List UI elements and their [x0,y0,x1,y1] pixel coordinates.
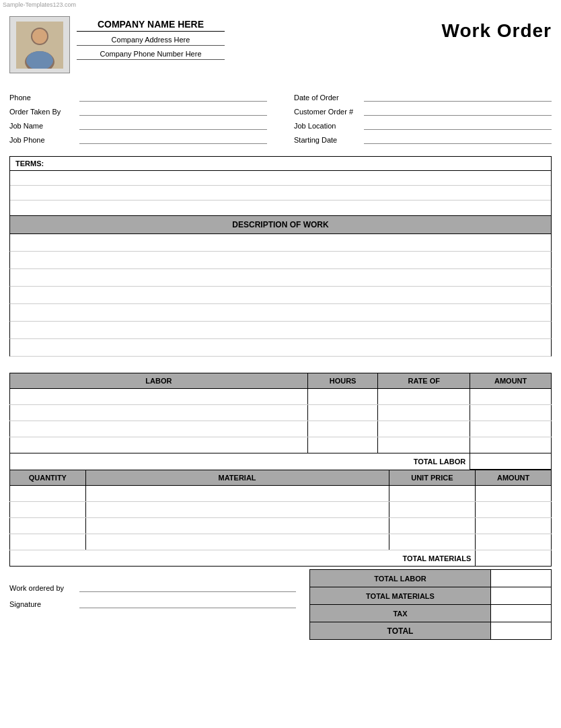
terms-row-1[interactable] [10,171,551,186]
mat-amount-1[interactable] [476,486,552,502]
mat-row-4[interactable] [10,534,552,550]
labor-rate-3[interactable] [378,421,470,437]
labor-hours-4[interactable] [307,437,378,453]
customer-order-row: Customer Order # [294,106,552,116]
materials-total-row: TOTAL MATERIALS [10,550,552,567]
quantity-col-header: QUANTITY [10,470,86,486]
signature-input[interactable] [79,599,296,608]
mat-amount-4[interactable] [476,534,552,550]
desc-row-3[interactable] [9,269,552,287]
desc-row-2[interactable] [9,252,552,269]
signature-row: Signature [9,599,296,608]
job-name-input[interactable] [79,120,267,130]
total-materials-value[interactable] [476,550,552,567]
desc-row-7[interactable] [9,339,552,357]
mat-price-2[interactable] [389,502,476,518]
labor-row-4[interactable] [10,437,552,453]
labor-amount-2[interactable] [470,405,552,421]
labor-amount-3[interactable] [470,421,552,437]
desc-row-4[interactable] [9,287,552,304]
mat-price-1[interactable] [389,486,476,502]
labor-row-2[interactable] [10,405,552,421]
mat-price-4[interactable] [389,534,476,550]
fields-section: Phone Order Taken By Job Name Job Phone … [9,85,552,144]
summary-total-value[interactable] [491,622,552,640]
mat-qty-4[interactable] [10,534,86,550]
order-taken-by-row: Order Taken By [9,106,267,116]
labor-hours-3[interactable] [307,421,378,437]
mat-qty-3[interactable] [10,518,86,534]
summary-total-materials-value[interactable] [491,587,552,605]
summary-row-1: TOTAL LABOR [310,570,552,587]
labor-hours-1[interactable] [307,389,378,405]
header-left: COMPANY NAME HERE Company Address Here C… [9,16,225,73]
company-phone: Company Phone Number Here [77,50,225,60]
desc-row-1[interactable] [9,234,552,252]
date-of-order-input[interactable] [364,92,552,102]
labor-row-3[interactable] [10,421,552,437]
mat-amount-col-header: AMOUNT [476,470,552,486]
order-taken-by-label: Order Taken By [9,108,77,116]
material-col-header: MATERIAL [85,470,389,486]
labor-amount-4[interactable] [470,437,552,453]
summary-total-labor-value[interactable] [491,570,552,587]
labor-hours-2[interactable] [307,405,378,421]
summary-total-label: TOTAL [310,622,491,640]
starting-date-input[interactable] [364,135,552,144]
labor-rate-4[interactable] [378,437,470,453]
labor-col-header: LABOR [10,373,308,389]
desc-row-5[interactable] [9,304,552,322]
phone-input[interactable] [79,92,267,102]
summary-table: TOTAL LABOR TOTAL MATERIALS TAX TOTAL [309,569,552,640]
mat-row-2[interactable] [10,502,552,518]
order-taken-by-input[interactable] [79,106,267,116]
job-location-input[interactable] [364,120,552,130]
fields-left: Phone Order Taken By Job Name Job Phone [9,92,287,144]
mat-qty-1[interactable] [10,486,86,502]
job-name-row: Job Name [9,120,267,130]
desc-row-6[interactable] [9,322,552,339]
total-labor-label: TOTAL LABOR [10,453,470,470]
mat-desc-1[interactable] [85,486,389,502]
terms-section: TERMS: [9,156,552,216]
company-name: COMPANY NAME HERE [77,19,225,32]
work-ordered-by-input[interactable] [79,583,296,592]
mat-amount-2[interactable] [476,502,552,518]
summary-tax-value[interactable] [491,605,552,622]
labor-row-1[interactable] [10,389,552,405]
terms-header: TERMS: [10,157,551,171]
mat-row-1[interactable] [10,486,552,502]
labor-desc-4[interactable] [10,437,308,453]
labor-desc-1[interactable] [10,389,308,405]
summary-row-3: TAX [310,605,552,622]
work-ordered-by-row: Work ordered by [9,583,296,592]
company-info: COMPANY NAME HERE Company Address Here C… [77,16,225,60]
customer-order-input[interactable] [364,106,552,116]
labor-rate-1[interactable] [378,389,470,405]
job-phone-input[interactable] [79,135,267,144]
job-location-label: Job Location [294,122,361,130]
mat-price-3[interactable] [389,518,476,534]
mat-desc-2[interactable] [85,502,389,518]
starting-date-row: Starting Date [294,135,552,144]
description-header: DESCRIPTION OF WORK [9,216,552,234]
total-labor-value[interactable] [470,453,552,470]
labor-desc-3[interactable] [10,421,308,437]
job-name-label: Job Name [9,122,77,130]
labor-rate-2[interactable] [378,405,470,421]
mat-row-3[interactable] [10,518,552,534]
mat-qty-2[interactable] [10,502,86,518]
mat-desc-3[interactable] [85,518,389,534]
summary-row-2: TOTAL MATERIALS [310,587,552,605]
fields-right: Date of Order Customer Order # Job Locat… [287,92,552,144]
amount-col-header: AMOUNT [470,373,552,389]
mat-desc-4[interactable] [85,534,389,550]
terms-row-3[interactable] [10,201,551,215]
labor-desc-2[interactable] [10,405,308,421]
labor-amount-1[interactable] [470,389,552,405]
summary-tax-label: TAX [310,605,491,622]
summary-total-labor-label: TOTAL LABOR [310,570,491,587]
job-phone-label: Job Phone [9,136,77,144]
terms-row-2[interactable] [10,186,551,201]
mat-amount-3[interactable] [476,518,552,534]
